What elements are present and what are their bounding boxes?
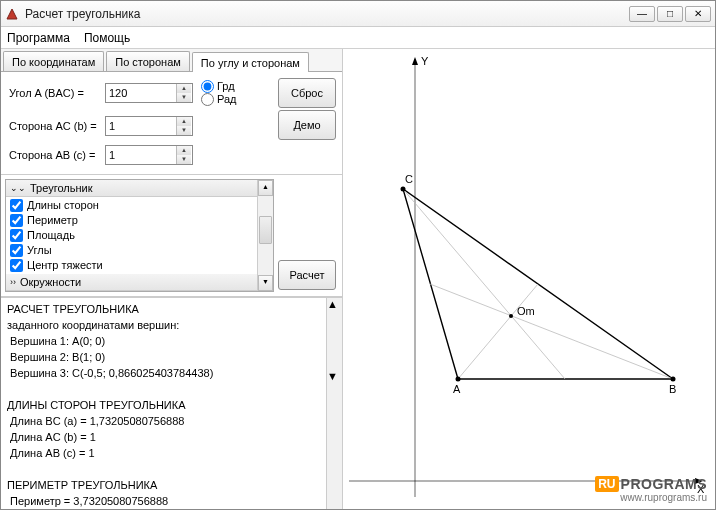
close-button[interactable]: ✕ (685, 6, 711, 22)
titlebar: Расчет треугольника — □ ✕ (1, 1, 715, 27)
canvas-panel: Y X Om A B C RU PROGRAMS www.ruprograms. (343, 49, 715, 509)
tab-by-sides[interactable]: По сторонам (106, 51, 190, 71)
maximize-button[interactable]: □ (657, 6, 683, 22)
options-header-circles[interactable]: ›› Окружности (6, 274, 257, 291)
angle-field[interactable] (106, 84, 176, 102)
radio-degrees[interactable]: Грд (201, 80, 237, 93)
input-panel: Угол A (BAC) = ▲▼ Грд Рад Сброс Сторона … (1, 72, 342, 175)
side-ab-spin-down[interactable]: ▼ (176, 155, 191, 164)
menu-help[interactable]: Помощь (84, 31, 130, 45)
reset-button[interactable]: Сброс (278, 78, 336, 108)
out-line: Вершина 1: A(0; 0) (7, 334, 320, 348)
left-panel: По координатам По сторонам По углу и сто… (1, 49, 343, 509)
out-line: Длина AB (c) = 1 (7, 446, 320, 460)
scroll-up-icon[interactable]: ▲ (258, 180, 273, 196)
vertex-b-label: B (669, 383, 676, 395)
axis-y-label: Y (421, 55, 429, 67)
triangle-canvas: Y X Om A B C (343, 49, 715, 509)
out-line: Длина BC (a) = 1,73205080756888 (7, 414, 320, 428)
options-scrollbar[interactable]: ▲ ▼ (257, 180, 273, 291)
scroll-down-icon[interactable]: ▼ (327, 370, 342, 382)
demo-button[interactable]: Демо (278, 110, 336, 140)
side-ab-input[interactable]: ▲▼ (105, 145, 193, 165)
window-title: Расчет треугольника (25, 7, 629, 21)
svg-point-10 (671, 377, 676, 382)
out-line: РАСЧЕТ ТРЕУГОЛЬНИКА (7, 302, 320, 316)
options-section: ⌄⌄ Треугольник Длины сторон Периметр Пло… (1, 175, 342, 297)
out-line: ПЕРИМЕТР ТРЕУГОЛЬНИКА (7, 478, 320, 492)
tab-by-angle-sides[interactable]: По углу и сторонам (192, 52, 309, 72)
opt-perimeter[interactable]: Периметр (10, 213, 253, 228)
opt-lengths[interactable]: Длины сторон (10, 198, 253, 213)
minimize-button[interactable]: — (629, 6, 655, 22)
watermark: RU PROGRAMS www.ruprograms.ru (595, 476, 707, 503)
centroid-label: Om (517, 305, 535, 317)
tab-by-coordinates[interactable]: По координатам (3, 51, 104, 71)
angle-input[interactable]: ▲▼ (105, 83, 193, 103)
angle-spin-up[interactable]: ▲ (176, 84, 191, 93)
side-ab-field[interactable] (106, 146, 176, 164)
unit-radios: Грд Рад (201, 80, 237, 106)
menubar: Программа Помощь (1, 27, 715, 49)
out-line: Вершина 2: B(1; 0) (7, 350, 320, 364)
svg-point-11 (401, 187, 406, 192)
svg-point-8 (509, 314, 513, 318)
options-list: ⌄⌄ Треугольник Длины сторон Периметр Пло… (5, 179, 274, 292)
watermark-badge: RU (595, 476, 618, 492)
angle-label: Угол A (BAC) = (9, 87, 105, 99)
window-controls: — □ ✕ (629, 6, 711, 22)
opt-centroid[interactable]: Центр тяжести (10, 258, 253, 273)
expand-icon: ⌄⌄ (10, 183, 26, 193)
calculate-button[interactable]: Расчет (278, 260, 336, 290)
side-ac-spin-down[interactable]: ▼ (176, 126, 191, 135)
side-ac-input[interactable]: ▲▼ (105, 116, 193, 136)
out-line (7, 462, 320, 476)
output-panel: РАСЧЕТ ТРЕУГОЛЬНИКА заданного координата… (1, 297, 342, 509)
opt-angles[interactable]: Углы (10, 243, 253, 258)
out-line: Длина AC (b) = 1 (7, 430, 320, 444)
svg-line-5 (458, 284, 538, 379)
output-scrollbar[interactable]: ▲ ▼ (326, 298, 342, 509)
svg-line-7 (403, 189, 565, 379)
options-header-triangle[interactable]: ⌄⌄ Треугольник (6, 180, 257, 197)
side-ac-field[interactable] (106, 117, 176, 135)
svg-marker-2 (412, 57, 418, 65)
radio-radians[interactable]: Рад (201, 93, 237, 106)
tabstrip: По координатам По сторонам По углу и сто… (1, 49, 342, 72)
expand-icon: ›› (10, 277, 16, 287)
watermark-brand: PROGRAMS (621, 476, 707, 492)
output-text[interactable]: РАСЧЕТ ТРЕУГОЛЬНИКА заданного координата… (1, 298, 326, 509)
svg-marker-0 (7, 9, 17, 19)
watermark-url: www.ruprograms.ru (595, 492, 707, 503)
side-ac-spin-up[interactable]: ▲ (176, 117, 191, 126)
scroll-down-icon[interactable]: ▼ (258, 275, 273, 291)
side-ab-label: Сторона AB (c) = (9, 149, 105, 161)
scroll-up-icon[interactable]: ▲ (327, 298, 342, 310)
app-icon (5, 7, 19, 21)
side-ac-label: Сторона AC (b) = (9, 120, 105, 132)
side-ab-spin-up[interactable]: ▲ (176, 146, 191, 155)
vertex-c-label: C (405, 173, 413, 185)
out-line: ДЛИНЫ СТОРОН ТРЕУГОЛЬНИКА (7, 398, 320, 412)
svg-line-6 (430, 284, 673, 379)
scroll-thumb[interactable] (259, 216, 272, 244)
out-line (7, 382, 320, 396)
angle-spin-down[interactable]: ▼ (176, 93, 191, 102)
menu-program[interactable]: Программа (7, 31, 70, 45)
out-line: заданного координатами вершин: (7, 318, 320, 332)
vertex-a-label: A (453, 383, 461, 395)
out-line: Вершина 3: C(-0,5; 0,866025403784438) (7, 366, 320, 380)
out-line: Периметр = 3,73205080756888 (7, 494, 320, 508)
scroll-thumb[interactable] (327, 310, 342, 370)
opt-area[interactable]: Площадь (10, 228, 253, 243)
svg-point-9 (456, 377, 461, 382)
